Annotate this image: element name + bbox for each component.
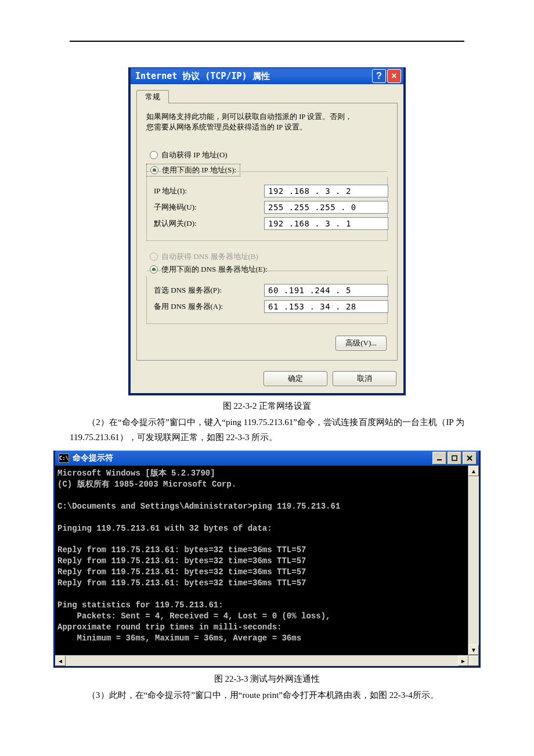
scroll-track[interactable] <box>468 476 479 645</box>
radio-icon <box>150 265 158 273</box>
input-dns1[interactable]: 60 .191 .244 . 5 <box>264 284 388 297</box>
radio-auto-ip-label: 自动获得 IP 地址(O) <box>161 150 228 160</box>
intro-line2: 您需要从网络系统管理员处获得适当的 IP 设置。 <box>146 123 307 131</box>
advanced-button[interactable]: 高级(V)... <box>335 336 387 351</box>
cmd-titlebar: C:\ 命令提示符 <box>55 451 479 466</box>
cmd-close-button[interactable] <box>463 452 477 465</box>
intro-line1: 如果网络支持此功能，则可以获取自动指派的 IP 设置。否则， <box>146 113 352 121</box>
lbl-ip: IP 地址(I): <box>154 186 264 196</box>
cancel-button[interactable]: 取消 <box>333 371 396 386</box>
intro-text: 如果网络支持此功能，则可以获取自动指派的 IP 设置。否则， 您需要从网络系统管… <box>146 111 388 132</box>
scroll-down-icon[interactable]: ▼ <box>468 645 479 655</box>
radio-auto-ip[interactable]: 自动获得 IP 地址(O) <box>146 149 388 161</box>
figure-caption-1: 图 22-3-2 正常网络设置 <box>0 401 534 412</box>
ip-fieldset: IP 地址(I): 192 .168 . 3 . 2 子网掩码(U): 255 … <box>146 177 388 241</box>
paragraph-2: （2）在“命令提示符”窗口中，键入“ping 119.75.213.61”命令，… <box>70 415 464 445</box>
top-rule <box>70 41 464 42</box>
maximize-icon <box>452 455 457 461</box>
help-button[interactable]: ? <box>372 69 386 83</box>
input-ip[interactable]: 192 .168 . 3 . 2 <box>264 185 388 197</box>
page: Internet 协议 (TCP/IP) 属性 ? × 常规 如果网络支持此功能… <box>0 0 534 729</box>
cmd-body-outer: Microsoft Windows [版本 5.2.3790] (C) 版权所有… <box>55 466 479 655</box>
scroll-up-icon[interactable]: ▲ <box>468 466 479 476</box>
cmd-output[interactable]: Microsoft Windows [版本 5.2.3790] (C) 版权所有… <box>55 466 468 655</box>
dialog-body: 常规 如果网络支持此功能，则可以获取自动指派的 IP 设置。否则， 您需要从网络… <box>131 84 403 366</box>
dialog-titlebar: Internet 协议 (TCP/IP) 属性 ? × <box>131 68 403 84</box>
radio-icon <box>150 166 158 174</box>
input-gateway[interactable]: 192 .168 . 3 . 1 <box>264 217 388 230</box>
row-gateway: 默认网关(D): 192 .168 . 3 . 1 <box>154 217 380 230</box>
figure-caption-2: 图 22-3-3 测试与外网连通性 <box>0 674 534 685</box>
radio-icon <box>150 151 158 159</box>
paragraph-2-text: （2）在“命令提示符”窗口中，键入“ping 119.75.213.61”命令，… <box>70 417 464 442</box>
advanced-row: 高级(V)... <box>146 333 388 351</box>
ok-button[interactable]: 确定 <box>264 371 327 386</box>
horizontal-scrollbar[interactable]: ◄ ► <box>55 655 479 666</box>
scroll-left-icon[interactable]: ◄ <box>55 656 66 666</box>
scroll-right-icon[interactable]: ► <box>458 656 468 666</box>
row-dns2: 备用 DNS 服务器(A): 61 .153 . 34 . 28 <box>154 300 380 313</box>
lbl-dns1: 首选 DNS 服务器(P): <box>154 285 264 296</box>
radio-use-dns[interactable]: 使用下面的 DNS 服务器地址(E): <box>146 263 388 276</box>
close-icon <box>467 455 472 461</box>
radio-auto-dns: 自动获得 DNS 服务器地址(B) <box>146 250 388 263</box>
row-ip: IP 地址(I): 192 .168 . 3 . 2 <box>154 185 380 197</box>
tcpip-dialog: Internet 协议 (TCP/IP) 属性 ? × 常规 如果网络支持此功能… <box>129 68 405 395</box>
svg-rect-0 <box>437 459 442 460</box>
tab-general[interactable]: 常规 <box>136 90 169 103</box>
close-button[interactable]: × <box>387 69 401 83</box>
cmd-window: C:\ 命令提示符 Microsoft Windows [版本 5.2.3790… <box>53 451 481 668</box>
scroll-track-h[interactable] <box>66 656 458 666</box>
row-mask: 子网掩码(U): 255 .255 .255 . 0 <box>154 201 380 214</box>
svg-rect-1 <box>452 456 457 460</box>
tab-panel: 如果网络支持此功能，则可以获取自动指派的 IP 设置。否则， 您需要从网络系统管… <box>136 103 398 361</box>
lbl-gateway: 默认网关(D): <box>154 218 264 229</box>
input-dns2[interactable]: 61 .153 . 34 . 28 <box>264 300 388 313</box>
radio-use-dns-label: 使用下面的 DNS 服务器地址(E): <box>161 264 268 275</box>
dialog-footer: 确定 取消 <box>131 366 403 393</box>
tabstrip: 常规 <box>136 89 398 103</box>
dns-fieldset: 首选 DNS 服务器(P): 60 .191 .244 . 5 备用 DNS 服… <box>146 276 388 324</box>
radio-icon <box>150 253 158 261</box>
radio-use-ip[interactable]: 使用下面的 IP 地址(S): <box>146 164 240 177</box>
size-grip-icon[interactable] <box>468 656 479 666</box>
paragraph-3: （3）此时，在“命令提示符”窗口中，用“route print”命令打开本机路由… <box>70 688 464 703</box>
radio-auto-dns-label: 自动获得 DNS 服务器地址(B) <box>161 251 258 262</box>
vertical-scrollbar[interactable]: ▲ ▼ <box>468 466 479 655</box>
lbl-mask: 子网掩码(U): <box>154 202 264 213</box>
cmd-title-text: 命令提示符 <box>73 453 113 463</box>
minimize-button[interactable] <box>432 452 446 465</box>
maximize-button[interactable] <box>448 452 461 465</box>
row-dns1: 首选 DNS 服务器(P): 60 .191 .244 . 5 <box>154 284 380 297</box>
minimize-icon <box>436 455 442 461</box>
input-mask[interactable]: 255 .255 .255 . 0 <box>264 201 388 214</box>
lbl-dns2: 备用 DNS 服务器(A): <box>154 301 264 312</box>
cmd-icon: C:\ <box>59 453 69 463</box>
radio-use-ip-label: 使用下面的 IP 地址(S): <box>162 165 236 175</box>
dialog-title: Internet 协议 (TCP/IP) 属性 <box>135 71 270 82</box>
paragraph-3-text: （3）此时，在“命令提示符”窗口中，用“route print”命令打开本机路由… <box>87 690 439 700</box>
